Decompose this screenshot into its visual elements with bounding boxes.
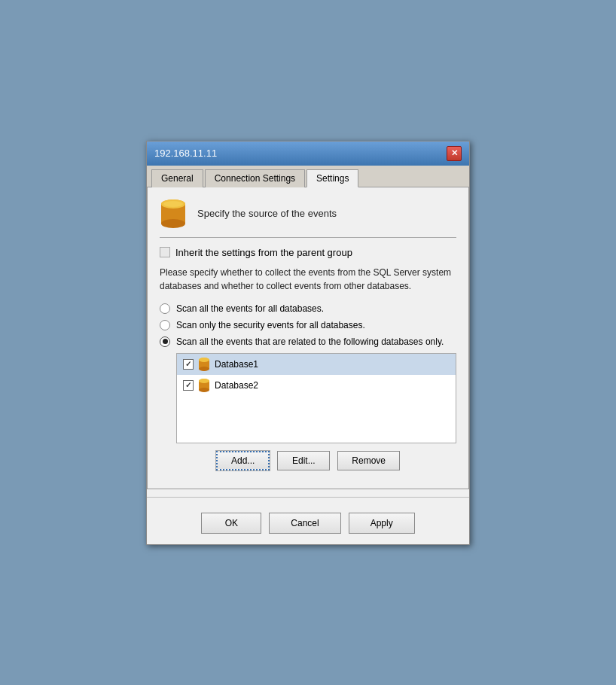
radio-label-1: Scan all the events for all databases. (176, 303, 324, 314)
title-bar: 192.168.11.11 ✕ (147, 142, 469, 166)
db2-name: Database2 (215, 380, 258, 391)
radio-btn-3[interactable] (160, 336, 170, 347)
edit-button[interactable]: Edit... (277, 451, 330, 470)
header-title: Specify the source of the events (197, 208, 337, 219)
divider (147, 497, 469, 498)
radio-label-2: Scan only the security events for all da… (176, 320, 365, 330)
db2-checkbox[interactable]: ✓ (183, 380, 194, 391)
svg-point-7 (199, 367, 209, 371)
window-title: 192.168.11.11 (154, 148, 217, 159)
tab-settings[interactable]: Settings (306, 169, 358, 187)
db1-checkbox[interactable]: ✓ (183, 359, 194, 370)
bottom-buttons: OK Cancel Apply (147, 505, 469, 544)
header-section: Specify the source of the events (160, 198, 456, 238)
inherit-label: Inherit the settings from the parent gro… (175, 247, 352, 258)
svg-point-4 (163, 201, 183, 207)
db2-icon (198, 378, 210, 393)
description-text: Please specify whether to collect the ev… (160, 266, 456, 293)
inherit-row: Inherit the settings from the parent gro… (160, 247, 456, 258)
svg-point-8 (199, 358, 209, 362)
list-item[interactable]: ✓ Database2 (177, 375, 456, 396)
radio-row-1[interactable]: Scan all the events for all databases. (160, 303, 456, 314)
list-buttons: Add... Edit... Remove (160, 451, 456, 470)
list-item[interactable]: ✓ Database1 (177, 354, 456, 375)
tab-general[interactable]: General (151, 169, 203, 187)
radio-row-2[interactable]: Scan only the security events for all da… (160, 320, 456, 330)
radio-btn-1[interactable] (160, 303, 170, 314)
svg-point-12 (199, 379, 209, 383)
remove-button[interactable]: Remove (337, 451, 400, 470)
tab-connection-settings[interactable]: Connection Settings (205, 169, 305, 187)
radio-btn-2[interactable] (160, 320, 170, 330)
main-window: 192.168.11.11 ✕ General Connection Setti… (146, 141, 470, 545)
tabs-container: General Connection Settings Settings (147, 166, 469, 187)
svg-point-2 (161, 219, 185, 228)
cancel-button[interactable]: Cancel (269, 513, 340, 534)
apply-button[interactable]: Apply (349, 513, 415, 534)
close-button[interactable]: ✕ (447, 146, 462, 161)
radio-label-3: Scan all the events that are related to … (176, 336, 444, 347)
database-icon (160, 198, 187, 230)
inherit-checkbox[interactable] (160, 247, 170, 257)
radio-row-3[interactable]: Scan all the events that are related to … (160, 336, 456, 347)
db1-icon (198, 357, 210, 372)
db1-name: Database1 (215, 359, 258, 370)
add-button[interactable]: Add... (216, 451, 270, 470)
content-area: Specify the source of the events Inherit… (147, 187, 469, 489)
svg-point-11 (199, 388, 209, 392)
ok-button[interactable]: OK (201, 513, 261, 534)
database-list: ✓ Database1 ✓ Database2 (176, 353, 456, 443)
